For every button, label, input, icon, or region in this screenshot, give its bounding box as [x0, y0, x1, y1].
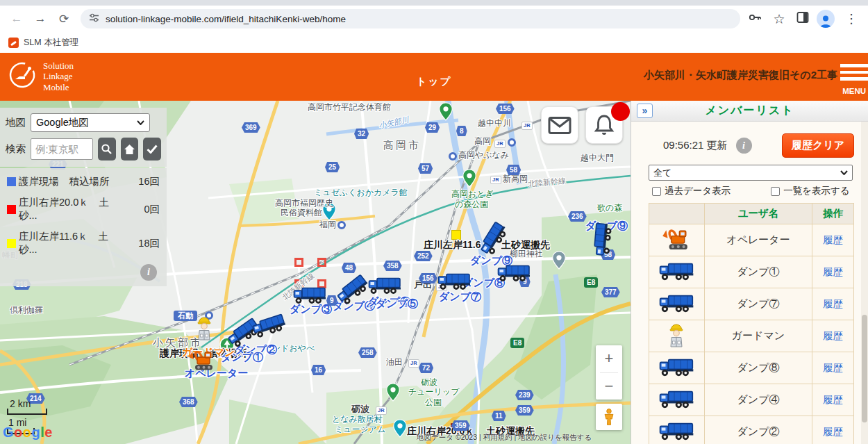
side-panel-icon[interactable] [796, 10, 810, 27]
menu-label[interactable]: MENU [842, 87, 866, 95]
history-link[interactable]: 履歴 [823, 298, 843, 309]
slm-logo-icon [7, 60, 37, 93]
route-badge: 9 [326, 295, 337, 306]
operation-cell: 履歴 [812, 224, 854, 256]
expressway-badge: E8 [584, 277, 598, 288]
pin-tree-marker [386, 383, 400, 404]
last-updated-time: 09:56:21 更新 [663, 139, 728, 152]
history-link[interactable]: 履歴 [823, 266, 843, 277]
route-badge: 236 [568, 211, 587, 222]
browser-tab-strip [0, 0, 868, 6]
legend-info-icon[interactable]: i [140, 264, 157, 281]
member-name: ダンプ② [704, 416, 812, 444]
square-yellow-marker [451, 230, 461, 240]
search-icon [101, 143, 112, 155]
route-badge: 239 [515, 390, 534, 400]
truck-icon [649, 352, 705, 384]
clear-history-button[interactable]: 履歴クリア [782, 133, 854, 158]
jr-badge: JR [521, 122, 533, 130]
url-bar[interactable]: solution-linkage-mobile.com/ifield_hitac… [81, 9, 740, 28]
excavator-marker[interactable] [186, 348, 218, 375]
truck-marker[interactable] [437, 272, 471, 293]
guard-marker[interactable] [196, 316, 212, 343]
pin-museum-marker [393, 419, 407, 441]
profile-avatar[interactable] [817, 10, 835, 28]
legend-color-swatch [7, 239, 16, 248]
show-list-checkbox[interactable]: 一覧を表示する [771, 185, 849, 197]
map-label: 福岡 [319, 220, 336, 229]
panel-title: メンバーリスト [705, 104, 794, 118]
history-link[interactable]: 履歴 [823, 234, 843, 245]
history-link[interactable]: 履歴 [823, 330, 843, 341]
scale-km-label: 2 km [10, 398, 31, 409]
back-button[interactable]: ← [7, 9, 26, 28]
truck-icon [649, 384, 705, 416]
chrome-menu-icon[interactable]: ⋮ [842, 9, 861, 28]
pegman-control[interactable] [596, 404, 622, 430]
bell-icon [594, 114, 615, 136]
operation-cell: 履歴 [812, 384, 854, 416]
chevron-down-icon [840, 170, 848, 175]
truck-marker[interactable] [293, 286, 326, 307]
message-button[interactable] [541, 106, 578, 144]
truck-marker[interactable] [591, 222, 615, 257]
map-type-select[interactable]: Google地図 [31, 113, 150, 132]
info-icon[interactable]: i [736, 138, 752, 154]
panel-collapse-button[interactable]: » [637, 104, 653, 118]
menu-button[interactable] [839, 60, 868, 81]
menu-bar [840, 71, 868, 74]
map-label: 高岡市竹平記念体育館 [308, 103, 391, 111]
search-label: 検索 [6, 142, 26, 156]
operation-cell: 履歴 [812, 288, 854, 320]
map-label: ミュージアム [335, 425, 385, 434]
search-button[interactable] [98, 138, 116, 161]
past-data-checkbox[interactable]: 過去データ表示 [652, 185, 731, 197]
excavator-icon [649, 224, 705, 256]
panel-scrollbar[interactable] [861, 122, 868, 444]
history-link[interactable]: 履歴 [823, 362, 843, 373]
route-badge: 258 [358, 347, 377, 358]
bookmark-item[interactable]: SLM 本社管理 [24, 37, 78, 49]
map-label: 越中大門 [581, 154, 614, 162]
reload-button[interactable]: ⟳ [54, 9, 74, 28]
search-input[interactable] [31, 138, 93, 160]
bookmarks-bar: SLM 本社管理 [0, 32, 868, 53]
bookmark-favicon [8, 38, 19, 48]
zoom-out-button[interactable]: − [596, 373, 622, 400]
site-info-icon[interactable] [89, 13, 99, 26]
history-link[interactable]: 履歴 [823, 426, 843, 437]
station-icon [337, 221, 346, 229]
mail-icon [548, 116, 571, 135]
truck-marker[interactable] [368, 276, 401, 297]
password-key-icon[interactable] [747, 10, 762, 28]
member-name: オペレーター [704, 224, 812, 256]
google-logo-letter: g [32, 425, 41, 440]
history-link[interactable]: 履歴 [823, 394, 843, 405]
map-legend: 護岸現場 積込場所16回庄川右岸20.0ｋ 土砂...0回庄川左岸11.6ｋ 土… [0, 168, 167, 286]
member-row: ダンプ⑧履歴 [649, 352, 854, 384]
truck-marker[interactable] [250, 311, 288, 342]
member-filter-select[interactable]: 全て [649, 165, 853, 181]
map-attribution[interactable]: 地図データ ©2023 | 利用規約 | 地図の誤りを報告する [417, 433, 592, 443]
member-name: ダンプ① [704, 256, 812, 288]
truck-marker[interactable] [476, 220, 512, 259]
bookmark-star-icon[interactable]: ☆ [769, 9, 789, 28]
chevron-down-icon [137, 120, 144, 125]
map-type-label: 地図 [6, 116, 26, 129]
guard-icon [649, 320, 705, 352]
route-badge: 156 [419, 273, 437, 283]
confirm-button[interactable] [143, 138, 161, 161]
member-row: ダンプ②履歴 [649, 416, 854, 444]
forward-button[interactable]: → [31, 9, 50, 28]
scrollbar-thumb[interactable] [862, 315, 867, 422]
member-name: ダンプ⑦ [704, 288, 812, 320]
zoom-in-button[interactable]: + [596, 345, 622, 372]
url-text[interactable]: solution-linkage-mobile.com/ifield_hitac… [106, 14, 346, 24]
menu-bar [840, 77, 868, 81]
legend-count: 0回 [126, 203, 160, 216]
truck-marker[interactable] [497, 263, 531, 285]
home-button[interactable] [121, 138, 139, 161]
jr-badge: JR [490, 176, 501, 184]
route-badge: 359 [451, 420, 470, 431]
notification-badge [611, 102, 630, 121]
